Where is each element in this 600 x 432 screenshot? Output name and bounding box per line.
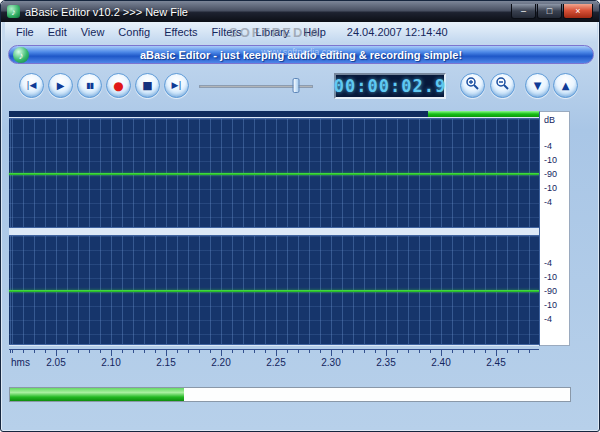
waveform-channel-right[interactable]	[9, 235, 539, 345]
db-label: -90	[544, 286, 557, 296]
timeline-minor-ticks	[9, 349, 539, 353]
channel-right-zero-line	[9, 290, 539, 292]
menu-file[interactable]: File	[9, 24, 41, 40]
db-label: -4	[544, 258, 552, 268]
play-icon: ▶	[57, 81, 65, 91]
tick-label: 2.15	[151, 357, 181, 368]
db-label: -10	[544, 155, 557, 165]
db-scale: dB -4 -10 -90 -10 -4 -4 -10 -90 -10 -4	[539, 111, 570, 346]
major-tick	[56, 349, 57, 356]
waveform-channel-left[interactable]	[9, 118, 539, 228]
scroll-up-button[interactable]: ▲	[553, 73, 578, 98]
tick-label: 2.40	[426, 357, 456, 368]
menu-effects[interactable]: Effects	[157, 24, 204, 40]
waveform-area	[9, 111, 539, 346]
menu-edit[interactable]: Edit	[41, 24, 74, 40]
menu-view[interactable]: View	[74, 24, 112, 40]
db-label: -4	[544, 314, 552, 324]
channel-left-zero-line	[9, 173, 539, 175]
seek-slider-thumb[interactable]	[292, 78, 299, 93]
minimize-button[interactable]: –	[511, 4, 536, 19]
menu-filters[interactable]: Filters	[205, 24, 249, 40]
tick-label: 2.35	[371, 357, 401, 368]
record-icon: ●	[113, 80, 123, 92]
major-tick	[276, 349, 277, 356]
major-tick	[441, 349, 442, 356]
waveform-scrollbar[interactable]	[9, 111, 539, 117]
timeline-ruler: hms 2.05 2.10 2.15 2.20 2.25 2.30 2.35 2…	[9, 349, 571, 371]
pause-button[interactable]: ▮▮	[77, 73, 102, 98]
major-tick	[111, 349, 112, 356]
pause-icon: ▮▮	[86, 82, 93, 90]
chevron-down-icon: ▼	[534, 81, 542, 91]
stop-button[interactable]: ■	[135, 73, 160, 98]
banner: ♪ aBasic Editor - just keeping audio edi…	[8, 45, 594, 64]
major-tick	[386, 349, 387, 356]
record-button[interactable]: ●	[106, 73, 131, 98]
chevron-up-icon: ▲	[562, 81, 570, 91]
tick-label: 2.05	[41, 357, 71, 368]
maximize-button[interactable]: □	[537, 4, 562, 19]
scroll-down-button[interactable]: ▼	[525, 73, 550, 98]
major-tick	[331, 349, 332, 356]
skip-back-button[interactable]: |◀	[19, 73, 44, 98]
db-label: -10	[544, 272, 557, 282]
close-button[interactable]: ×	[563, 4, 593, 19]
db-label: -4	[544, 197, 552, 207]
menu-bar: File Edit View Config Effects Filters Li…	[5, 22, 597, 42]
zoom-in-button[interactable]	[460, 73, 485, 98]
major-tick	[496, 349, 497, 356]
time-display: 00:00:02.9	[334, 73, 446, 99]
tick-label: 2.30	[316, 357, 346, 368]
progress-bar[interactable]	[9, 387, 571, 402]
magnifier-plus-icon	[465, 76, 480, 95]
banner-text: aBasic Editor - just keeping audio editi…	[140, 49, 462, 61]
window-controls: – □ ×	[511, 4, 593, 19]
db-label: -10	[544, 300, 557, 310]
major-tick	[221, 349, 222, 356]
tick-label: 2.25	[261, 357, 291, 368]
play-button[interactable]: ▶	[48, 73, 73, 98]
db-label: -10	[544, 183, 557, 193]
zoom-out-button[interactable]	[490, 73, 515, 98]
db-label: -4	[544, 141, 552, 151]
tick-label: 2.20	[206, 357, 236, 368]
seek-slider[interactable]	[199, 77, 313, 95]
waveform-scrollbar-thumb[interactable]	[428, 111, 539, 117]
progress-bar-fill	[10, 388, 184, 401]
magnifier-minus-icon	[495, 76, 510, 95]
menu-help[interactable]: Help	[296, 24, 333, 40]
db-label: -90	[544, 169, 557, 179]
app-icon: ♪	[7, 5, 20, 18]
timeline-unit-label: hms	[11, 357, 30, 368]
db-scale-title: dB	[544, 115, 555, 125]
tick-label: 2.45	[481, 357, 511, 368]
title-bar[interactable]: ♪ aBasic Editor v10.2 >>> New File – □ ×	[1, 1, 599, 22]
skip-forward-icon: ▶|	[172, 81, 182, 90]
stop-icon: ■	[142, 80, 152, 91]
banner-logo-icon: ♪	[13, 47, 29, 63]
menu-config[interactable]: Config	[111, 24, 157, 40]
tick-label: 2.10	[96, 357, 126, 368]
menu-datetime: 24.04.2007 12:14:40	[347, 26, 448, 38]
window-title: aBasic Editor v10.2 >>> New File	[25, 6, 188, 18]
menu-library[interactable]: Library	[249, 24, 297, 40]
skip-forward-button[interactable]: ▶|	[164, 73, 189, 98]
major-tick	[166, 349, 167, 356]
app-window: ♪ aBasic Editor v10.2 >>> New File – □ ×…	[0, 0, 600, 432]
skip-back-icon: |◀	[27, 81, 37, 90]
